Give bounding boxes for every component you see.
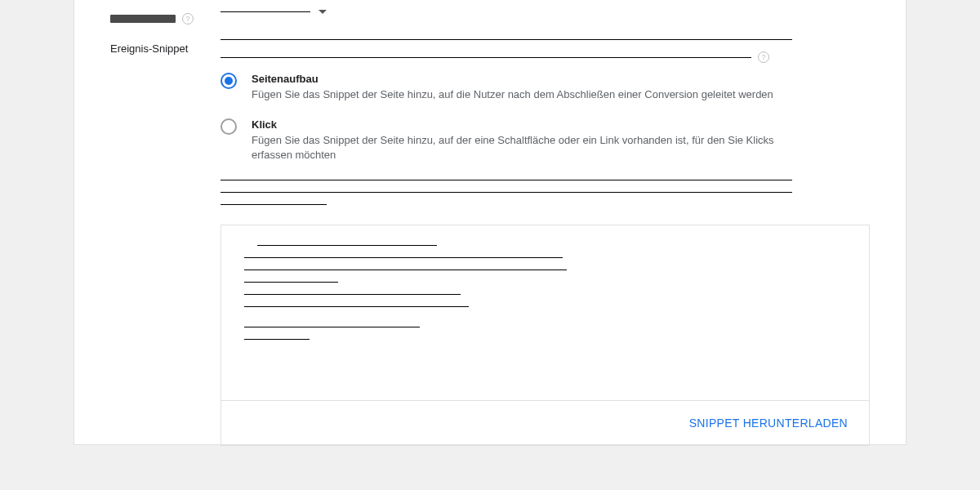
dropdown[interactable] (220, 10, 870, 14)
redacted-text-line (220, 192, 792, 193)
redacted-text-line (220, 57, 751, 58)
code-body (221, 225, 869, 400)
snippet-description: ? (220, 39, 870, 63)
redacted-code-line (244, 294, 461, 295)
code-snippet-box: SNIPPET HERUNTERLADEN (220, 225, 870, 446)
help-icon[interactable]: ? (758, 51, 769, 63)
help-icon[interactable]: ? (182, 13, 194, 24)
radio-button-unselected (220, 118, 237, 135)
redacted-code-line (244, 327, 420, 327)
radio-title: Klick (252, 118, 791, 131)
snippet-label: Ereignis-Snippet (110, 42, 188, 55)
event-snippet-section: Ereignis-Snippet ? Seitenaufbau Fügen S (110, 39, 870, 446)
redacted-text-line (220, 180, 792, 180)
chevron-down-icon (318, 10, 327, 14)
redacted-code-line (257, 245, 437, 246)
redacted-code-line (244, 306, 469, 307)
settings-card: ? Ereignis-Snippet ? (74, 0, 906, 445)
field-row-redacted: ? (110, 10, 870, 24)
snippet-label-col: Ereignis-Snippet (110, 39, 220, 55)
field-label: ? (110, 10, 220, 24)
snippet-type-radios: Seitenaufbau Fügen Sie das Snippet der S… (220, 73, 870, 163)
radio-title: Seitenaufbau (252, 73, 773, 85)
radio-dot-icon (225, 77, 233, 85)
radio-description: Fügen Sie das Snippet der Seite hinzu, a… (252, 133, 791, 163)
redacted-text-line (220, 39, 792, 40)
redacted-code-line (244, 282, 338, 283)
redacted-label (110, 15, 176, 23)
radio-description: Fügen Sie das Snippet der Seite hinzu, a… (252, 87, 773, 102)
redacted-code-line (244, 339, 310, 340)
radio-text: Seitenaufbau Fügen Sie das Snippet der S… (252, 73, 773, 102)
snippet-content: ? Seitenaufbau Fügen Sie das Snippet der… (220, 39, 870, 446)
redacted-code-line (244, 270, 567, 270)
radio-pageload[interactable]: Seitenaufbau Fügen Sie das Snippet der S… (220, 73, 870, 102)
field-value (220, 10, 870, 14)
redacted-value (220, 11, 310, 12)
radio-text: Klick Fügen Sie das Snippet der Seite hi… (252, 118, 791, 163)
snippet-note (220, 180, 870, 205)
download-snippet-button[interactable]: SNIPPET HERUNTERLADEN (689, 416, 848, 430)
radio-button-selected (220, 73, 237, 89)
redacted-text-line (220, 204, 327, 205)
redacted-code-line (244, 257, 563, 258)
radio-click[interactable]: Klick Fügen Sie das Snippet der Seite hi… (220, 118, 870, 163)
code-footer: SNIPPET HERUNTERLADEN (221, 400, 869, 445)
